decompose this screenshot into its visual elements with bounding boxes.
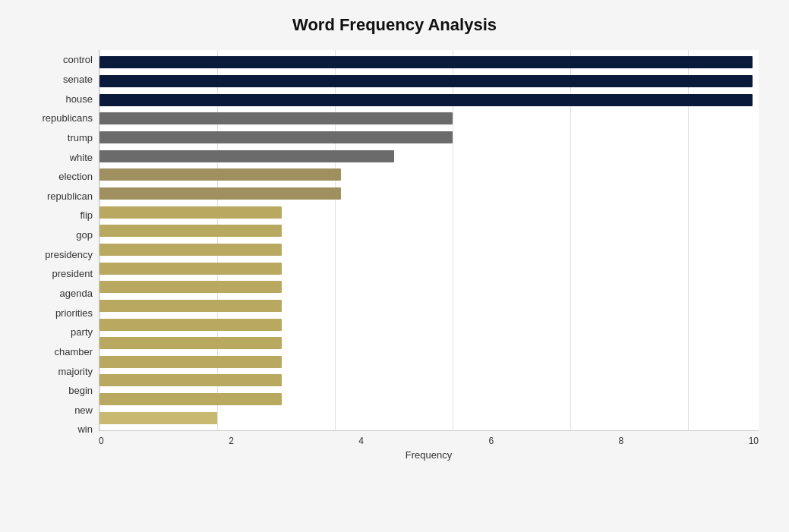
bar — [99, 244, 282, 256]
chart-area: controlsenatehouserepublicanstrumpwhitee… — [30, 50, 759, 461]
bar — [99, 281, 282, 293]
bar-row — [99, 353, 759, 372]
bar — [99, 75, 753, 87]
chart-title: Word Frequency Analysis — [30, 15, 759, 35]
bar-row — [99, 222, 759, 241]
y-label: senate — [63, 74, 93, 84]
bar — [99, 150, 394, 162]
bar — [99, 337, 282, 349]
bar-row — [99, 259, 759, 278]
bar-row — [99, 371, 759, 390]
bar — [99, 225, 282, 237]
y-label: republican — [47, 191, 93, 201]
bar — [99, 263, 282, 275]
bar-row — [99, 72, 759, 91]
bar-row — [99, 146, 759, 165]
bar-row — [99, 109, 759, 128]
y-label: begin — [68, 386, 93, 395]
y-label: control — [63, 55, 93, 65]
bar-row — [99, 203, 759, 222]
bar-row — [99, 390, 759, 409]
bar — [99, 94, 753, 106]
y-label: house — [66, 94, 93, 104]
bar — [99, 300, 282, 312]
y-label: agenda — [60, 288, 93, 298]
x-axis-label: Frequency — [99, 449, 759, 461]
y-label: win — [77, 424, 93, 434]
bar — [99, 187, 341, 200]
x-tick: 2 — [229, 436, 234, 446]
bar-row — [99, 241, 759, 260]
bar — [99, 393, 282, 405]
bar — [99, 206, 282, 219]
y-label: new — [74, 405, 93, 415]
bar — [99, 112, 453, 124]
bar-row — [99, 297, 759, 316]
y-label: gop — [76, 230, 93, 240]
bar — [99, 131, 453, 143]
bar — [99, 319, 282, 331]
y-label: majority — [58, 367, 93, 376]
chart-container: Word Frequency Analysis controlsenatehou… — [0, 0, 789, 532]
x-tick: 0 — [99, 436, 104, 446]
bar-row — [99, 184, 759, 203]
bars-section — [99, 50, 759, 431]
bar — [99, 374, 282, 386]
y-label: priorities — [55, 308, 93, 318]
y-label: republicans — [43, 113, 93, 123]
x-tick: 8 — [619, 436, 624, 446]
y-label: flip — [80, 210, 93, 220]
bars-and-x: 0246810 Frequency — [99, 50, 759, 461]
bars-wrapper — [99, 50, 759, 430]
y-label: election — [58, 172, 93, 181]
bar-row — [99, 128, 759, 147]
bar — [99, 56, 753, 68]
bar-row — [99, 90, 759, 109]
x-tick: 6 — [488, 436, 494, 446]
y-axis-labels: controlsenatehouserepublicanstrumpwhitee… — [30, 50, 99, 461]
bar-row — [99, 53, 759, 72]
bar-row — [99, 278, 759, 297]
x-tick: 4 — [358, 436, 364, 446]
bar-row — [99, 334, 759, 353]
y-label: president — [52, 269, 93, 279]
bar-row — [99, 315, 759, 334]
y-label: white — [70, 153, 93, 162]
y-label: chamber — [54, 347, 93, 357]
y-label: trump — [68, 133, 93, 143]
x-tick: 10 — [749, 436, 759, 446]
bar — [99, 356, 282, 368]
y-label: presidency — [45, 250, 93, 260]
bar — [99, 412, 217, 424]
bar — [99, 168, 341, 181]
x-axis: 0246810 — [99, 431, 759, 446]
y-label: party — [71, 327, 93, 337]
bar-row — [99, 165, 759, 184]
bar-row — [99, 408, 759, 427]
